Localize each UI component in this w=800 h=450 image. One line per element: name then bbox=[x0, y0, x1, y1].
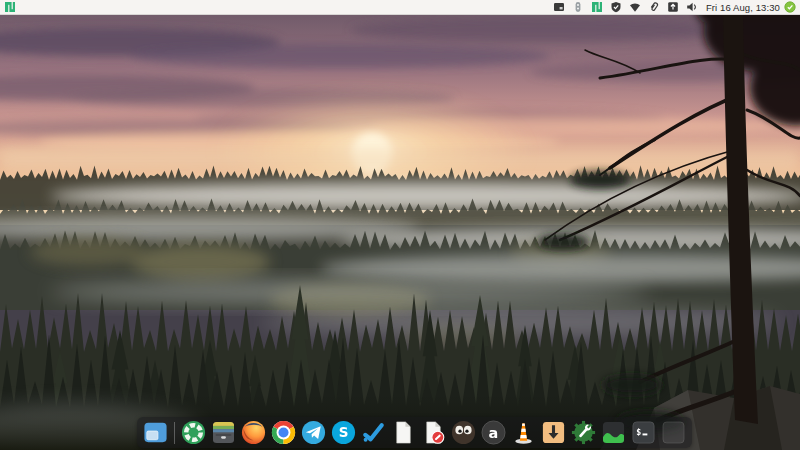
top-panel: Fri 16 Aug, 13:30 bbox=[0, 0, 800, 15]
vlc-icon[interactable] bbox=[510, 419, 537, 446]
manjaro-menu-icon[interactable] bbox=[4, 1, 16, 13]
settings-gear-wrench-icon[interactable] bbox=[570, 419, 597, 446]
code-check-app-icon[interactable] bbox=[360, 419, 387, 446]
desktop: Fri 16 Aug, 13:30 Sa$ bbox=[0, 0, 800, 450]
telegram-icon[interactable] bbox=[300, 419, 327, 446]
googly-eyes-app-icon[interactable] bbox=[450, 419, 477, 446]
a-letter-app-icon[interactable]: a bbox=[480, 419, 507, 446]
security-shield-icon[interactable] bbox=[610, 1, 622, 13]
blocked-document-icon[interactable] bbox=[420, 419, 447, 446]
dock-plugin-slot[interactable] bbox=[660, 419, 687, 446]
wallpaper-image bbox=[0, 0, 800, 450]
download-manager-icon[interactable] bbox=[540, 419, 567, 446]
fog-band bbox=[50, 280, 650, 304]
dock: Sa$ bbox=[137, 417, 692, 448]
svg-text:$: $ bbox=[636, 427, 641, 437]
svg-text:S: S bbox=[339, 424, 349, 440]
bluetooth-tray-icon[interactable] bbox=[572, 1, 584, 13]
green-wave-app-icon[interactable] bbox=[600, 419, 627, 446]
updates-ready-icon[interactable] bbox=[784, 1, 796, 13]
svg-text:a: a bbox=[489, 425, 499, 441]
text-document-icon[interactable] bbox=[390, 419, 417, 446]
manjaro-notifier-icon[interactable] bbox=[591, 1, 603, 13]
volume-icon[interactable] bbox=[686, 1, 698, 13]
file-cabinet-app-icon[interactable] bbox=[210, 419, 237, 446]
show-desktop-icon[interactable] bbox=[142, 419, 169, 446]
skype-icon[interactable]: S bbox=[330, 419, 357, 446]
display-tray-icon[interactable] bbox=[553, 1, 565, 13]
firefox-icon[interactable] bbox=[240, 419, 267, 446]
fog-band bbox=[50, 182, 800, 210]
dock-separator bbox=[174, 422, 175, 444]
chrome-icon[interactable] bbox=[270, 419, 297, 446]
network-icon[interactable] bbox=[629, 1, 641, 13]
system-tray bbox=[553, 1, 698, 13]
aperture-app-icon[interactable] bbox=[180, 419, 207, 446]
terminal-icon[interactable]: $ bbox=[630, 419, 657, 446]
attachment-icon[interactable] bbox=[648, 1, 660, 13]
clock[interactable]: Fri 16 Aug, 13:30 bbox=[706, 2, 780, 13]
keyboard-layout-icon[interactable] bbox=[667, 1, 679, 13]
